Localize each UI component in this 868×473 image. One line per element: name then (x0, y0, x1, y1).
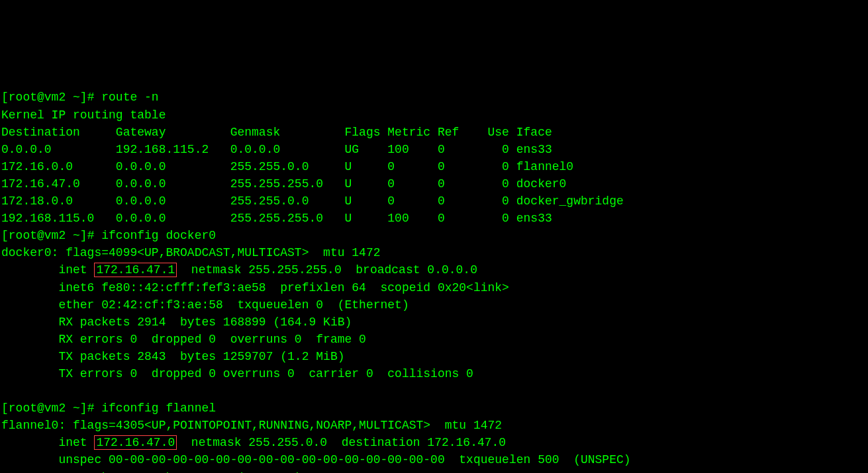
prompt-line-2: [root@vm2 ~]# ifconfig docker0 (1, 229, 216, 242)
prompt-bracket-open: [ (1, 402, 9, 415)
prompt-bracket-close: ]# (80, 229, 101, 242)
flannel0-inet-prefix: inet (1, 436, 94, 449)
prompt-userhost: root@vm2 ~ (9, 91, 80, 104)
command-ifconfig-docker0: ifconfig docker0 (101, 229, 216, 242)
route-row-4: 192.168.115.0 0.0.0.0 255.255.255.0 U 10… (1, 212, 552, 225)
docker0-flags: docker0: flags=4099<UP,BROADCAST,MULTICA… (1, 246, 381, 259)
docker0-ether: ether 02:42:cf:f3:ae:58 txqueuelen 0 (Et… (1, 298, 409, 312)
route-table-title: Kernel IP routing table (1, 108, 166, 122)
prompt-bracket-close: ]# (80, 91, 101, 104)
docker0-rx-packets: RX packets 2914 bytes 168899 (164.9 KiB) (1, 316, 352, 329)
flannel0-inet-line: inet 172.16.47.0 netmask 255.255.0.0 des… (1, 435, 506, 450)
prompt-line-3: [root@vm2 ~]# ifconfig flannel (1, 402, 216, 415)
docker0-inet-line: inet 172.16.47.1 netmask 255.255.255.0 b… (1, 263, 477, 277)
flannel0-inet-ip-highlight: 172.16.47.0 (94, 435, 177, 450)
docker0-tx-packets: TX packets 2843 bytes 1259707 (1.2 MiB) (1, 350, 344, 363)
flannel0-rx-packets: RX packets 13 bytes 924 (924.0 B) (1, 471, 302, 473)
flannel0-unspec: unspec 00-00-00-00-00-00-00-00-00-00-00-… (1, 453, 631, 466)
docker0-inet-suffix: netmask 255.255.255.0 broadcast 0.0.0.0 (177, 263, 477, 277)
prompt-userhost: root@vm2 ~ (9, 402, 80, 415)
route-table-header: Destination Gateway Genmask Flags Metric… (1, 126, 552, 139)
route-row-2: 172.16.47.0 0.0.0.0 255.255.255.0 U 0 0 … (1, 177, 566, 191)
docker0-inet6: inet6 fe80::42:cfff:fef3:ae58 prefixlen … (1, 281, 509, 294)
prompt-userhost: root@vm2 ~ (9, 229, 80, 242)
prompt-line-1: [root@vm2 ~]# route -n (1, 91, 159, 104)
prompt-bracket-open: [ (1, 91, 9, 104)
flannel0-inet-suffix: netmask 255.255.0.0 destination 172.16.4… (177, 436, 506, 449)
route-row-1: 172.16.0.0 0.0.0.0 255.255.0.0 U 0 0 0 f… (1, 160, 573, 173)
terminal-output[interactable]: [root@vm2 ~]# route -n Kernel IP routing… (0, 86, 868, 473)
docker0-inet-ip-highlight: 172.16.47.1 (94, 263, 177, 277)
command-ifconfig-flannel: ifconfig flannel (101, 402, 216, 415)
prompt-bracket-close: ]# (80, 402, 101, 415)
docker0-tx-errors: TX errors 0 dropped 0 overruns 0 carrier… (1, 367, 473, 380)
docker0-rx-errors: RX errors 0 dropped 0 overruns 0 frame 0 (1, 333, 366, 346)
command-route: route -n (101, 91, 158, 104)
docker0-inet-prefix: inet (1, 263, 94, 277)
route-row-0: 0.0.0.0 192.168.115.2 0.0.0.0 UG 100 0 0… (1, 143, 552, 156)
route-row-3: 172.18.0.0 0.0.0.0 255.255.0.0 U 0 0 0 d… (1, 194, 624, 208)
prompt-bracket-open: [ (1, 229, 9, 242)
flannel0-flags: flannel0: flags=4305<UP,POINTOPOINT,RUNN… (1, 419, 502, 432)
